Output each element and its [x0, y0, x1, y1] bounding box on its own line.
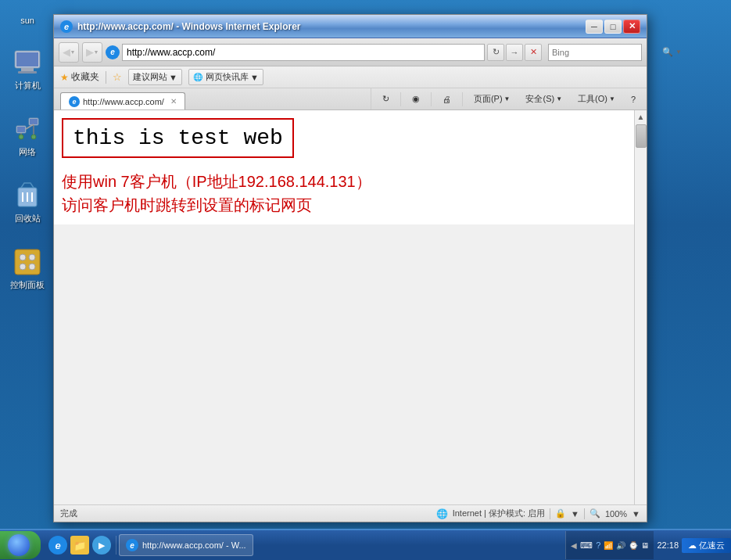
window-title: http://www.accp.com/ - Windows Internet …	[77, 21, 581, 32]
svg-point-15	[20, 254, 26, 260]
svg-point-10	[31, 135, 36, 139]
annotation-text: 使用win 7客户机（IP地址192.168.144.131） 访问客户机时跳转…	[62, 170, 631, 217]
desktop-icon-column: sun 计算机	[0, 0, 55, 560]
tab-area: e http://www.accp.com/ ✕	[54, 88, 371, 109]
svg-rect-3	[18, 71, 37, 74]
search-input[interactable]	[552, 48, 660, 57]
browser-content-wrapper: this is test web 使用win 7客户机（IP地址192.168.…	[54, 110, 647, 504]
rss-button[interactable]: ◉	[407, 92, 425, 106]
svg-point-18	[29, 264, 35, 270]
refresh-toolbar-button[interactable]: ↻	[378, 92, 394, 106]
address-nav-buttons: ↻ → ✕	[487, 44, 542, 61]
favorites-menu[interactable]: ★ 收藏夹	[60, 70, 99, 84]
browser-window: e http://www.accp.com/ - Windows Interne…	[53, 14, 647, 522]
security-dropdown[interactable]: ▼	[571, 509, 579, 519]
desktop-icon-control-panel[interactable]: 控制面板	[10, 248, 45, 291]
safety-menu-button[interactable]: 安全(S) ▼	[521, 91, 567, 107]
back-button[interactable]: ◀ ▼	[59, 42, 79, 63]
test-web-box: this is test web	[62, 118, 294, 158]
svg-rect-2	[21, 68, 34, 71]
address-forward-button[interactable]: →	[506, 44, 523, 61]
tab-close-icon[interactable]: ✕	[170, 97, 177, 106]
help-menu-button[interactable]: ?	[626, 92, 640, 106]
browser-title-icon: e	[60, 20, 73, 33]
status-right: 🌐 Internet | 保护模式: 启用 🔒 ▼ 🔍 100% ▼	[436, 508, 640, 519]
desktop-icon-computer[interactable]: 计算机	[13, 48, 41, 92]
browser-content: this is test web 使用win 7客户机（IP地址192.168.…	[54, 110, 647, 224]
zoom-level: 100%	[605, 509, 627, 519]
status-bar: 完成 🌐 Internet | 保护模式: 启用 🔒 ▼ 🔍 100% ▼	[54, 504, 647, 522]
desktop-icon-recycle[interactable]: 回收站	[13, 181, 41, 224]
taskbar-items: e 📁 ▶ e http://www.accp.com/ - W...	[41, 534, 565, 556]
svg-rect-7	[30, 119, 38, 124]
toolbar-sep3	[462, 92, 463, 106]
toolbar-sep2	[431, 92, 432, 106]
tray-icon-1[interactable]: ⌨	[580, 540, 593, 551]
active-tab[interactable]: e http://www.accp.com/ ✕	[60, 92, 185, 109]
title-bar: e http://www.accp.com/ - Windows Interne…	[54, 15, 647, 38]
tray-icon-2[interactable]: ?	[596, 540, 600, 550]
toolbar-sep1	[400, 92, 401, 106]
annotation-line1: 使用win 7客户机（IP地址192.168.144.131）	[62, 170, 631, 193]
address-stop-button[interactable]: ✕	[525, 44, 542, 61]
annotation-line2: 访问客户机时跳转到设置的标记网页	[62, 193, 631, 217]
tray-icon-3[interactable]: 📶	[604, 541, 613, 550]
quicklaunch-ie[interactable]: e	[48, 536, 67, 555]
maximize-button[interactable]: □	[604, 20, 622, 34]
globe-status-icon: 🌐	[436, 508, 448, 519]
start-orb	[8, 534, 30, 556]
quicklaunch-folder[interactable]: 📁	[70, 536, 89, 555]
tray-expand[interactable]: ◀	[571, 541, 577, 550]
favorites-star-icon: ★	[60, 72, 69, 83]
taskbar-ie-icon: e	[126, 539, 138, 551]
address-ie-icon: e	[106, 45, 120, 59]
suggest-sites-dropdown[interactable]: 建议网站 ▼	[128, 69, 182, 85]
globe-icon: 🌐	[193, 73, 202, 81]
search-dropdown-icon[interactable]: ▼	[675, 48, 682, 56]
rss-icon: ◉	[412, 94, 420, 104]
close-button[interactable]: ✕	[623, 20, 640, 34]
search-box: 🔍 ▼	[548, 44, 642, 61]
address-input[interactable]	[122, 44, 485, 61]
svg-point-17	[20, 264, 26, 270]
quicklaunch-media[interactable]: ▶	[92, 536, 111, 555]
address-refresh-button[interactable]: ↻	[487, 44, 504, 61]
status-text: 完成	[60, 508, 430, 519]
tray-icon-5[interactable]: ⌚	[629, 541, 638, 550]
start-button[interactable]	[0, 531, 41, 559]
desktop: sun 计算机	[0, 0, 731, 560]
test-web-text: this is test web	[73, 126, 283, 150]
svg-rect-14	[15, 249, 40, 275]
print-button[interactable]: 🖨	[438, 92, 456, 106]
taskbar: e 📁 ▶ e http://www.accp.com/ - W... ◀ ⌨ …	[0, 529, 731, 560]
search-icon[interactable]: 🔍	[662, 47, 673, 57]
desktop-icon-network[interactable]: 网络	[13, 115, 41, 158]
scroll-thumb[interactable]	[636, 124, 647, 148]
svg-point-9	[19, 135, 23, 139]
page-toolbar-area: ↻ ◉ 🖨 页面(P) ▼ 安全(S) ▼	[371, 88, 647, 109]
yisuyun-badge[interactable]: ☁ 亿速云	[682, 538, 731, 553]
quicktab-dropdown[interactable]: 🌐 网页快讯库 ▼	[188, 69, 263, 85]
browser-scrollbar[interactable]: ▲	[634, 110, 647, 504]
status-divider2	[584, 508, 585, 519]
clock[interactable]: 22:18	[654, 540, 682, 551]
minimize-button[interactable]: ─	[586, 20, 603, 34]
forward-button[interactable]: ▶ ▼	[82, 42, 102, 63]
tray-icon-4[interactable]: 🔊	[616, 541, 625, 550]
favorites-bar: ★ 收藏夹 ☆ 建议网站 ▼ 🌐 网页快讯库 ▼	[54, 66, 647, 88]
zoom-dropdown[interactable]: ▼	[632, 509, 640, 519]
status-zone: Internet | 保护模式: 启用	[453, 508, 545, 519]
svg-point-16	[29, 254, 35, 260]
tray-network-icon[interactable]: 🖥	[641, 541, 649, 550]
window-controls: ─ □ ✕	[586, 20, 640, 34]
fav-star-button[interactable]: ☆	[113, 71, 122, 83]
navigation-bar: ◀ ▼ ▶ ▼ e ↻ → ✕ 🔍 ▼	[54, 38, 647, 66]
desktop-icon-sun: sun	[20, 16, 34, 25]
tab-ie-icon: e	[69, 96, 80, 107]
tools-menu-button[interactable]: 工具(O) ▼	[573, 91, 620, 107]
taskbar-ie-item[interactable]: e http://www.accp.com/ - W...	[119, 534, 253, 556]
status-divider1	[550, 508, 550, 519]
page-menu-button[interactable]: 页面(P) ▼	[469, 91, 515, 107]
system-tray: ◀ ⌨ ? 📶 🔊 ⌚ 🖥	[565, 531, 654, 559]
scroll-up-button[interactable]: ▲	[635, 110, 647, 123]
